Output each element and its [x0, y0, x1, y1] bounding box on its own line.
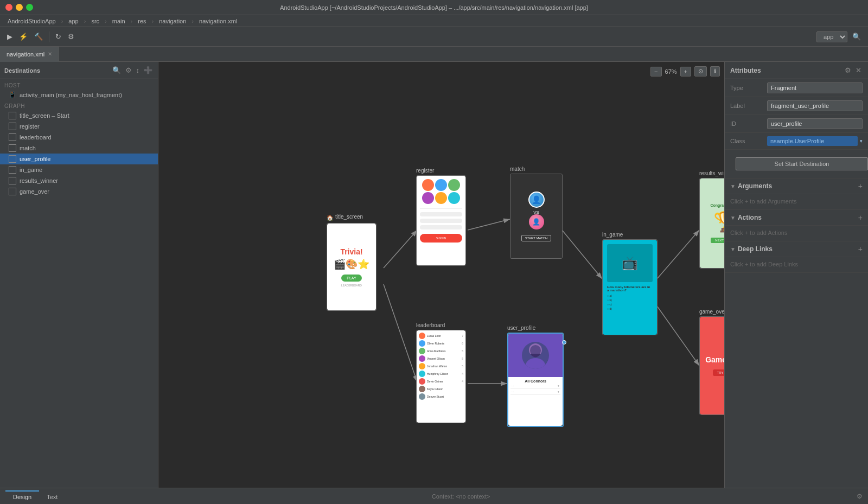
ig-tv-screen: 📺 [607, 244, 653, 282]
toolbar-right: app 🔍 [816, 31, 864, 42]
graph-section-label: GRAPH [0, 100, 158, 110]
attr-label-label: Label [730, 103, 763, 109]
deep-links-section-label: Deep Links [738, 245, 858, 253]
toolbar-lightning-btn[interactable]: ⚡ [16, 31, 30, 42]
up-name-text: Ali Connors [510, 379, 560, 383]
zoom-fit-btn[interactable]: ⊙ [694, 66, 707, 76]
lb-row-2: Oliver Roberts 6 [419, 340, 463, 347]
bottom-settings-icon[interactable]: ⚙ [857, 493, 863, 500]
toolbar-run-btn[interactable]: ▶ [4, 31, 15, 42]
node-user-profile[interactable]: user_profile Al [507, 325, 564, 427]
sidebar-item-title-screen[interactable]: title_screen – Start [0, 110, 158, 121]
toolbar-build-btn[interactable]: 🔨 [31, 31, 46, 42]
tab-bar: navigation.xml ✕ [0, 47, 868, 62]
lb-name-8: Kayla Gibson [427, 387, 443, 391]
sidebar-item-register[interactable]: register [0, 121, 158, 132]
tab-navigation-xml[interactable]: navigation.xml ✕ [0, 47, 59, 62]
zoom-in-btn[interactable]: + [680, 67, 691, 76]
lb-avatar-3 [419, 348, 425, 354]
breadcrumb-main[interactable]: main [109, 17, 129, 25]
attr-label-value[interactable]: fragment_user_profile [767, 100, 863, 111]
arguments-expand-icon: ▼ [730, 183, 736, 189]
node-match[interactable]: match 👤 VS 👤 START MATCH [510, 166, 563, 259]
up-row-2: ··· ▾ [510, 389, 560, 395]
leaderboard-preview-text: LEADERBOARD [341, 284, 362, 287]
menu-app-name[interactable]: AndroidStudioApp [4, 17, 59, 25]
node-leaderboard[interactable]: leaderboard Lucas Leon 7 Oliver Roberts … [416, 322, 466, 423]
node-title-screen[interactable]: 🏠 title_screen Trivia! 🎬🎨⭐ PLAY LEADERBO… [327, 214, 376, 311]
set-start-destination-btn[interactable]: Set Start Destination [736, 157, 868, 170]
node-card-title-screen: Trivia! 🎬🎨⭐ PLAY LEADERBOARD [327, 223, 376, 311]
maximize-traffic-light[interactable] [26, 4, 33, 11]
match-icon [9, 144, 16, 152]
sidebar-title: Destinations [4, 67, 40, 74]
sidebar-item-in-game[interactable]: in_game [0, 164, 158, 175]
selected-dot [562, 340, 566, 344]
sidebar-item-host[interactable]: 📱 activity_main (my_nav_host_fragment) [0, 90, 158, 100]
deep-links-section-content: Click + to add Deep Links [725, 257, 868, 273]
lb-name-6: Humphrey Ellison [427, 372, 448, 375]
node-results-winner[interactable]: results_winner Congratulations! 🏆 NEXT M… [699, 170, 724, 269]
sidebar-search-btn[interactable]: 🔍 [111, 65, 122, 75]
attr-class-dropdown[interactable]: nsample.UserProfile ▾ [767, 136, 863, 146]
tab-design[interactable]: Design [5, 490, 39, 502]
actions-section-header[interactable]: ▼ Actions + [725, 210, 868, 226]
ig-option-d: ○ d) [607, 307, 653, 310]
trivia-icons: 🎬🎨⭐ [334, 258, 369, 270]
close-traffic-light[interactable] [5, 4, 12, 11]
ig-option-a: ○ a) [607, 294, 653, 297]
arguments-section-label: Arguments [738, 182, 858, 190]
search-btn[interactable]: 🔍 [850, 31, 864, 42]
lb-name-1: Lucas Leon [427, 334, 441, 337]
breadcrumb-src[interactable]: src [88, 17, 103, 25]
sidebar-item-game-over[interactable]: game_over [0, 186, 158, 197]
attributes-close-btn[interactable]: ✕ [854, 65, 863, 75]
sidebar-sort-btn[interactable]: ↕ [135, 65, 141, 75]
deep-links-add-btn[interactable]: + [858, 245, 863, 253]
toolbar-gradle-btn[interactable]: ⚙ [65, 31, 77, 42]
window-title: AndroidStudioApp [~/AndroidStudioProject… [280, 4, 588, 11]
in-game-preview: 📺 How many kilometers are in a marathon?… [603, 240, 657, 335]
attributes-panel-header: Attributes ⚙ ✕ [725, 62, 868, 79]
attr-id-value[interactable]: user_profile [767, 118, 863, 129]
breadcrumb-app[interactable]: app [65, 17, 81, 25]
tab-text[interactable]: Text [39, 490, 65, 502]
sidebar-item-user-profile[interactable]: user_profile [0, 154, 158, 164]
arguments-add-btn[interactable]: + [858, 182, 863, 190]
breadcrumb-navigation[interactable]: navigation [156, 17, 189, 25]
node-in-game[interactable]: in_game 📺 How many kilometers are in a m… [602, 232, 658, 335]
lb-row-5: Jonathan Walton 5 [419, 363, 463, 369]
host-item-label: activity_main (my_nav_host_fragment) [20, 92, 122, 98]
reg-sign-in-btn: SIGN IN [420, 234, 462, 243]
attr-class-value[interactable]: nsample.UserProfile [767, 136, 858, 146]
zoom-info-btn[interactable]: ℹ [710, 66, 720, 76]
actions-add-btn[interactable]: + [858, 213, 863, 222]
node-game-over[interactable]: game_over Game Over TRY AGAIN [699, 309, 724, 415]
sidebar-settings-btn[interactable]: ⚙ [124, 65, 133, 75]
minimize-traffic-light[interactable] [16, 4, 23, 11]
deep-links-section-header[interactable]: ▼ Deep Links + [725, 241, 868, 257]
node-register[interactable]: register SIGN IN [416, 168, 466, 266]
navigation-canvas[interactable]: − 67% + ⊙ ℹ [158, 62, 724, 488]
app-configuration-selector[interactable]: app [816, 31, 847, 42]
canvas-toolbar: − 67% + ⊙ ℹ [650, 66, 720, 76]
sidebar-item-leaderboard[interactable]: leaderboard [0, 132, 158, 143]
breadcrumb-res[interactable]: res [135, 17, 149, 25]
lb-row-8: Kayla Gibson [419, 386, 463, 392]
toolbar-sync-btn[interactable]: ↻ [53, 31, 64, 42]
attributes-settings-btn[interactable]: ⚙ [844, 65, 852, 75]
match-avatar-2: 👤 [529, 214, 544, 229]
menu-bar: AndroidStudioApp › app › src › main › re… [0, 15, 868, 27]
tab-close-icon[interactable]: ✕ [48, 51, 52, 57]
breadcrumb-navigation-xml[interactable]: navigation.xml [196, 17, 240, 25]
zoom-out-btn[interactable]: − [650, 67, 661, 76]
sidebar-item-results-winner[interactable]: results_winner [0, 175, 158, 186]
sidebar-label-user-profile: user_profile [20, 156, 50, 162]
sidebar-item-match[interactable]: match [0, 143, 158, 154]
attr-row-type: Type Fragment [725, 79, 868, 97]
toolbar-separator [49, 31, 49, 42]
sidebar-add-btn[interactable]: ➕ [143, 65, 154, 75]
arguments-section-header[interactable]: ▼ Arguments + [725, 178, 868, 194]
register-avatars [420, 179, 462, 204]
node-card-leaderboard: Lucas Leon 7 Oliver Roberts 6 Anna Matth… [416, 330, 466, 423]
